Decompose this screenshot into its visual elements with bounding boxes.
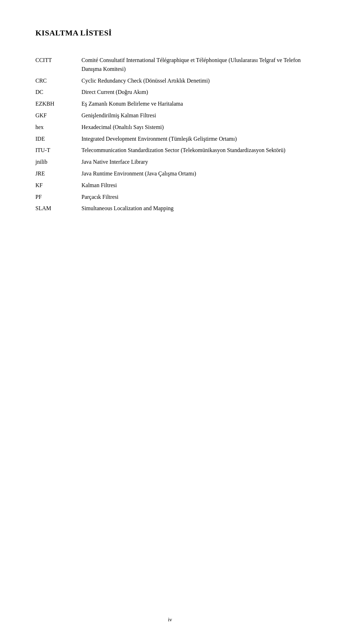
- abbreviation-term: jnilib: [35, 156, 81, 168]
- abbreviation-definition: Genişlendirilmiş Kalman Filtresi: [81, 110, 305, 122]
- table-row: JREJava Runtime Environment (Java Çalışm…: [35, 168, 305, 180]
- abbreviation-term: SLAM: [35, 203, 81, 214]
- abbreviation-term: ITU-T: [35, 145, 81, 156]
- page-number: iv: [168, 617, 172, 622]
- abbreviation-definition: Direct Current (Doğru Akım): [81, 86, 305, 98]
- abbreviation-definition: Telecommunication Standardization Sector…: [81, 145, 305, 156]
- abbreviation-term: hex: [35, 122, 81, 133]
- page-title: KISALTMA LİSTESİ: [35, 28, 305, 38]
- abbreviation-term: DC: [35, 86, 81, 98]
- table-row: jnilibJava Native Interface Library: [35, 156, 305, 168]
- abbreviation-definition: Java Native Interface Library: [81, 156, 305, 168]
- abbreviation-term: GKF: [35, 110, 81, 122]
- abbreviation-term: CRC: [35, 75, 81, 87]
- abbreviation-definition: Hexadecimal (Onaltılı Sayı Sistemi): [81, 122, 305, 133]
- table-row: CCITTComité Consultatif International Té…: [35, 55, 305, 75]
- table-row: IDEIntegrated Development Environment (T…: [35, 133, 305, 145]
- table-row: hexHexadecimal (Onaltılı Sayı Sistemi): [35, 122, 305, 133]
- abbreviation-definition: Comité Consultatif International Télégra…: [81, 55, 305, 75]
- abbreviation-definition: Kalman Filtresi: [81, 180, 305, 191]
- abbreviation-definition: Parçacık Filtresi: [81, 191, 305, 203]
- abbreviation-definition: Java Runtime Environment (Java Çalışma O…: [81, 168, 305, 180]
- table-row: ITU-TTelecommunication Standardization S…: [35, 145, 305, 156]
- table-row: GKFGenişlendirilmiş Kalman Filtresi: [35, 110, 305, 122]
- abbreviation-definition: Integrated Development Environment (Tüml…: [81, 133, 305, 145]
- page: KISALTMA LİSTESİ CCITTComité Consultatif…: [0, 0, 340, 644]
- table-row: KFKalman Filtresi: [35, 180, 305, 191]
- abbreviation-definition: Cyclic Redundancy Check (Dönüssel Artıkl…: [81, 75, 305, 87]
- page-footer: iv: [0, 617, 340, 623]
- abbreviation-term: JRE: [35, 168, 81, 180]
- table-row: PFParçacık Filtresi: [35, 191, 305, 203]
- abbreviation-term: CCITT: [35, 55, 81, 75]
- abbreviation-term: KF: [35, 180, 81, 191]
- table-row: CRCCyclic Redundancy Check (Dönüssel Art…: [35, 75, 305, 87]
- abbreviation-table: CCITTComité Consultatif International Té…: [35, 55, 305, 214]
- abbreviation-term: EZKBH: [35, 98, 81, 110]
- abbreviation-term: IDE: [35, 133, 81, 145]
- table-row: DCDirect Current (Doğru Akım): [35, 86, 305, 98]
- table-row: SLAMSimultaneous Localization and Mappin…: [35, 203, 305, 214]
- abbreviation-definition: Eş Zamanlı Konum Belirleme ve Haritalama: [81, 98, 305, 110]
- table-row: EZKBHEş Zamanlı Konum Belirleme ve Harit…: [35, 98, 305, 110]
- abbreviation-definition: Simultaneous Localization and Mapping: [81, 203, 305, 214]
- abbreviation-term: PF: [35, 191, 81, 203]
